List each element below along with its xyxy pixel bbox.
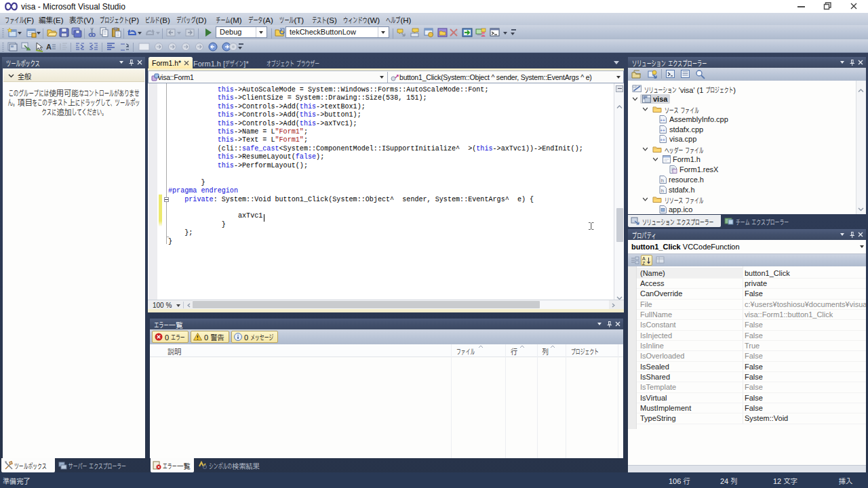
svg-text:h: h bbox=[661, 188, 664, 194]
svg-text:A: A bbox=[642, 256, 646, 261]
svg-text:++: ++ bbox=[660, 127, 665, 132]
svg-text:h: h bbox=[661, 178, 664, 184]
svg-text:++: ++ bbox=[660, 138, 665, 142]
svg-text:A: A bbox=[46, 43, 52, 51]
svg-text:Z: Z bbox=[642, 261, 646, 265]
svg-text:++: ++ bbox=[660, 118, 665, 123]
